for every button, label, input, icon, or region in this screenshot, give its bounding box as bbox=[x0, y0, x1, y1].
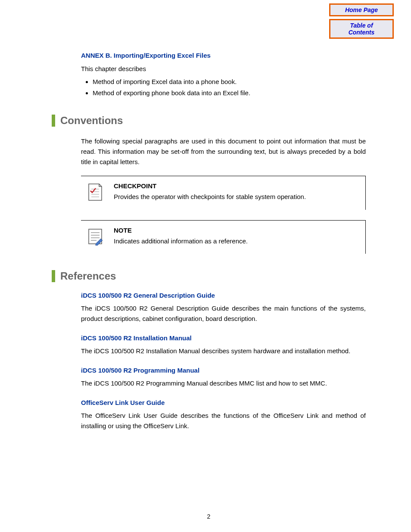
toc-button[interactable]: Table of Contents bbox=[329, 19, 394, 39]
page-content: ANNEX B. Importing/Exporting Excel Files… bbox=[0, 0, 411, 532]
list-item: Method of exporting phone book data into… bbox=[93, 88, 366, 98]
callout-text: Indicates additional information as a re… bbox=[114, 236, 359, 246]
page-number: 2 bbox=[52, 513, 366, 520]
conventions-heading: Conventions bbox=[52, 115, 366, 127]
ref-text: The iDCS 100/500 R2 General Description … bbox=[81, 303, 366, 324]
callout-title: CHECKPOINT bbox=[114, 182, 359, 190]
ref-link[interactable]: iDCS 100/500 R2 Programming Manual bbox=[81, 367, 366, 374]
conventions-paragraph: The following special paragraphs are use… bbox=[81, 136, 366, 167]
callout-text: Provides the operator with checkpoints f… bbox=[114, 192, 359, 202]
section-title: Conventions bbox=[60, 115, 123, 127]
callout-title: NOTE bbox=[114, 227, 359, 234]
note-callout: NOTE Indicates additional information as… bbox=[81, 220, 366, 254]
reference-item: iDCS 100/500 R2 Programming Manual The i… bbox=[81, 367, 366, 389]
section-bar-icon bbox=[52, 270, 55, 282]
checkpoint-icon bbox=[87, 183, 103, 201]
references-heading: References bbox=[52, 270, 366, 282]
ref-text: The OfficeServ Link User Guide describes… bbox=[81, 411, 366, 431]
ref-link[interactable]: iDCS 100/500 R2 Installation Manual bbox=[81, 334, 366, 342]
ref-link[interactable]: OfficeServ Link User Guide bbox=[81, 399, 366, 406]
section-title: References bbox=[60, 270, 116, 282]
annex-bullets: Method of importing Excel data into a ph… bbox=[84, 77, 366, 98]
checkpoint-callout: CHECKPOINT Provides the operator with ch… bbox=[81, 176, 366, 210]
ref-link[interactable]: iDCS 100/500 R2 General Description Guid… bbox=[81, 292, 366, 299]
ref-text: The iDCS 100/500 R2 Programming Manual d… bbox=[81, 378, 366, 389]
list-item: Method of importing Excel data into a ph… bbox=[93, 77, 366, 87]
reference-item: iDCS 100/500 R2 Installation Manual The … bbox=[81, 334, 366, 356]
note-icon bbox=[87, 227, 103, 246]
section-bar-icon bbox=[52, 115, 55, 127]
annex-intro: This chapter describes bbox=[81, 65, 366, 72]
ref-text: The iDCS 100/500 R2 Installation Manual … bbox=[81, 346, 366, 356]
annex-b-link[interactable]: ANNEX B. Importing/Exporting Excel Files bbox=[81, 52, 366, 59]
reference-item: OfficeServ Link User Guide The OfficeSer… bbox=[81, 399, 366, 431]
reference-item: iDCS 100/500 R2 General Description Guid… bbox=[81, 292, 366, 324]
home-page-button[interactable]: Home Page bbox=[329, 3, 394, 16]
